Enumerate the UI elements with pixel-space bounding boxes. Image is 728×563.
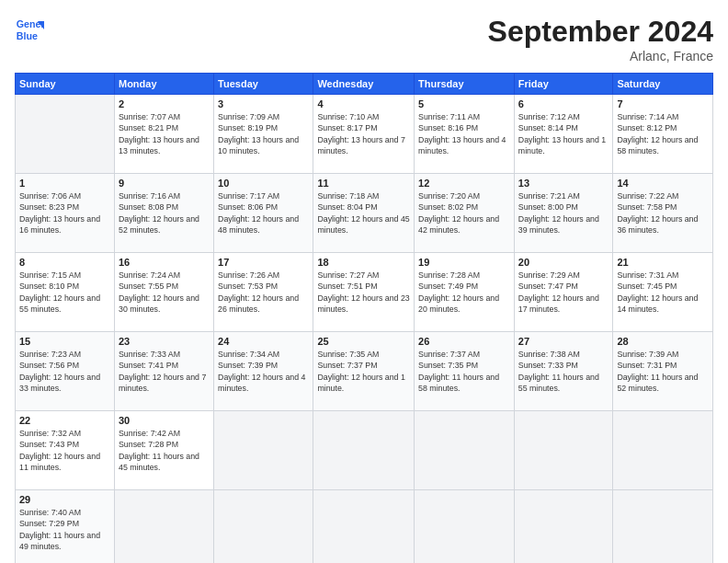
day-number: 15 [19, 336, 110, 347]
col-friday: Friday [514, 74, 613, 95]
day-detail: Sunrise: 7:14 AM Sunset: 8:12 PM Dayligh… [617, 111, 709, 156]
col-wednesday: Wednesday [313, 74, 415, 95]
calendar-header-row: Sunday Monday Tuesday Wednesday Thursday… [16, 74, 713, 95]
calendar-cell: 26Sunrise: 7:37 AM Sunset: 7:35 PM Dayli… [415, 332, 515, 411]
day-detail: Sunrise: 7:31 AM Sunset: 7:45 PM Dayligh… [617, 270, 709, 315]
day-detail: Sunrise: 7:18 AM Sunset: 8:04 PM Dayligh… [317, 190, 410, 236]
calendar-cell [613, 490, 713, 564]
month-title: September 2024 [488, 15, 713, 49]
calendar-cell [114, 490, 213, 564]
calendar-row: 2Sunrise: 7:07 AM Sunset: 8:21 PM Daylig… [16, 95, 713, 174]
calendar-cell: 18Sunrise: 7:27 AM Sunset: 7:51 PM Dayli… [313, 253, 415, 332]
day-number: 30 [119, 415, 210, 426]
calendar-cell: 21Sunrise: 7:31 AM Sunset: 7:45 PM Dayli… [613, 253, 713, 332]
day-detail: Sunrise: 7:10 AM Sunset: 8:17 PM Dayligh… [317, 111, 410, 156]
day-detail: Sunrise: 7:17 AM Sunset: 8:06 PM Dayligh… [218, 190, 309, 236]
day-number: 21 [617, 257, 709, 268]
day-number: 10 [218, 178, 309, 189]
calendar-cell: 16Sunrise: 7:24 AM Sunset: 7:55 PM Dayli… [114, 253, 213, 332]
day-number: 28 [617, 336, 709, 347]
day-detail: Sunrise: 7:07 AM Sunset: 8:21 PM Dayligh… [119, 111, 210, 156]
day-number: 18 [317, 257, 410, 268]
day-detail: Sunrise: 7:24 AM Sunset: 7:55 PM Dayligh… [119, 270, 210, 315]
calendar-cell: 8Sunrise: 7:15 AM Sunset: 8:10 PM Daylig… [16, 253, 115, 332]
day-detail: Sunrise: 7:11 AM Sunset: 8:16 PM Dayligh… [418, 111, 510, 156]
day-detail: Sunrise: 7:39 AM Sunset: 7:31 PM Dayligh… [617, 349, 709, 394]
day-number: 29 [19, 494, 110, 505]
day-number: 5 [418, 98, 510, 109]
header: General Blue September 2024 Arlanc, Fran… [15, 15, 713, 63]
day-detail: Sunrise: 7:33 AM Sunset: 7:41 PM Dayligh… [119, 349, 210, 394]
day-number: 13 [518, 178, 609, 189]
calendar-cell: 10Sunrise: 7:17 AM Sunset: 8:06 PM Dayli… [214, 174, 313, 253]
day-number: 8 [19, 257, 110, 268]
day-number: 27 [518, 336, 609, 347]
calendar-cell: 12Sunrise: 7:20 AM Sunset: 8:02 PM Dayli… [415, 174, 515, 253]
calendar-row: 8Sunrise: 7:15 AM Sunset: 8:10 PM Daylig… [16, 253, 713, 332]
col-monday: Monday [114, 74, 213, 95]
day-detail: Sunrise: 7:37 AM Sunset: 7:35 PM Dayligh… [418, 349, 510, 394]
calendar-cell: 9Sunrise: 7:16 AM Sunset: 8:08 PM Daylig… [114, 174, 213, 253]
calendar-cell [313, 490, 415, 564]
calendar-cell: 23Sunrise: 7:33 AM Sunset: 7:41 PM Dayli… [114, 332, 213, 411]
day-number: 1 [19, 178, 110, 189]
svg-text:Blue: Blue [17, 30, 38, 41]
day-detail: Sunrise: 7:35 AM Sunset: 7:37 PM Dayligh… [317, 349, 410, 394]
calendar-cell [415, 411, 515, 490]
calendar-cell: 14Sunrise: 7:22 AM Sunset: 7:58 PM Dayli… [613, 174, 713, 253]
day-detail: Sunrise: 7:09 AM Sunset: 8:19 PM Dayligh… [218, 111, 309, 156]
calendar-cell: 1Sunrise: 7:06 AM Sunset: 8:23 PM Daylig… [16, 174, 115, 253]
day-detail: Sunrise: 7:22 AM Sunset: 7:58 PM Dayligh… [617, 190, 709, 236]
calendar-cell: 29Sunrise: 7:40 AM Sunset: 7:29 PM Dayli… [16, 490, 115, 564]
day-number: 20 [518, 257, 609, 268]
day-detail: Sunrise: 7:23 AM Sunset: 7:56 PM Dayligh… [19, 349, 110, 394]
day-detail: Sunrise: 7:20 AM Sunset: 8:02 PM Dayligh… [418, 190, 510, 236]
calendar-cell: 28Sunrise: 7:39 AM Sunset: 7:31 PM Dayli… [613, 332, 713, 411]
col-saturday: Saturday [613, 74, 713, 95]
day-number: 4 [317, 98, 410, 109]
calendar-cell: 24Sunrise: 7:34 AM Sunset: 7:39 PM Dayli… [214, 332, 313, 411]
page: General Blue September 2024 Arlanc, Fran… [0, 0, 728, 563]
day-number: 6 [518, 98, 609, 109]
day-number: 16 [119, 257, 210, 268]
calendar-cell: 19Sunrise: 7:28 AM Sunset: 7:49 PM Dayli… [415, 253, 515, 332]
calendar-cell: 7Sunrise: 7:14 AM Sunset: 8:12 PM Daylig… [613, 95, 713, 174]
day-number: 7 [617, 98, 709, 109]
day-number: 24 [218, 336, 309, 347]
day-number: 14 [617, 178, 709, 189]
calendar-cell: 6Sunrise: 7:12 AM Sunset: 8:14 PM Daylig… [514, 95, 613, 174]
calendar-cell: 25Sunrise: 7:35 AM Sunset: 7:37 PM Dayli… [313, 332, 415, 411]
calendar-cell [514, 411, 613, 490]
calendar-row: 1Sunrise: 7:06 AM Sunset: 8:23 PM Daylig… [16, 174, 713, 253]
calendar-cell: 11Sunrise: 7:18 AM Sunset: 8:04 PM Dayli… [313, 174, 415, 253]
day-detail: Sunrise: 7:06 AM Sunset: 8:23 PM Dayligh… [19, 190, 110, 236]
logo-icon: General Blue [15, 15, 44, 44]
day-detail: Sunrise: 7:40 AM Sunset: 7:29 PM Dayligh… [19, 507, 110, 552]
day-detail: Sunrise: 7:27 AM Sunset: 7:51 PM Dayligh… [317, 270, 410, 315]
day-detail: Sunrise: 7:16 AM Sunset: 8:08 PM Dayligh… [119, 190, 210, 236]
calendar-cell: 20Sunrise: 7:29 AM Sunset: 7:47 PM Dayli… [514, 253, 613, 332]
calendar-row: 22Sunrise: 7:32 AM Sunset: 7:43 PM Dayli… [16, 411, 713, 490]
day-detail: Sunrise: 7:15 AM Sunset: 8:10 PM Dayligh… [19, 270, 110, 315]
title-area: September 2024 Arlanc, France [488, 15, 713, 63]
day-detail: Sunrise: 7:28 AM Sunset: 7:49 PM Dayligh… [418, 270, 510, 315]
day-number: 26 [418, 336, 510, 347]
calendar-cell [214, 411, 313, 490]
calendar-cell: 3Sunrise: 7:09 AM Sunset: 8:19 PM Daylig… [214, 95, 313, 174]
calendar-cell: 17Sunrise: 7:26 AM Sunset: 7:53 PM Dayli… [214, 253, 313, 332]
calendar-row: 29Sunrise: 7:40 AM Sunset: 7:29 PM Dayli… [16, 490, 713, 564]
calendar-cell: 22Sunrise: 7:32 AM Sunset: 7:43 PM Dayli… [16, 411, 115, 490]
day-number: 2 [119, 98, 210, 109]
calendar-cell [313, 411, 415, 490]
calendar-cell: 30Sunrise: 7:42 AM Sunset: 7:28 PM Dayli… [114, 411, 213, 490]
day-detail: Sunrise: 7:21 AM Sunset: 8:00 PM Dayligh… [518, 190, 609, 236]
day-number: 9 [119, 178, 210, 189]
calendar-cell [613, 411, 713, 490]
day-number: 22 [19, 415, 110, 426]
day-number: 11 [317, 178, 410, 189]
calendar-cell: 2Sunrise: 7:07 AM Sunset: 8:21 PM Daylig… [114, 95, 213, 174]
day-number: 19 [418, 257, 510, 268]
day-number: 25 [317, 336, 410, 347]
calendar-cell [214, 490, 313, 564]
calendar-cell: 13Sunrise: 7:21 AM Sunset: 8:00 PM Dayli… [514, 174, 613, 253]
